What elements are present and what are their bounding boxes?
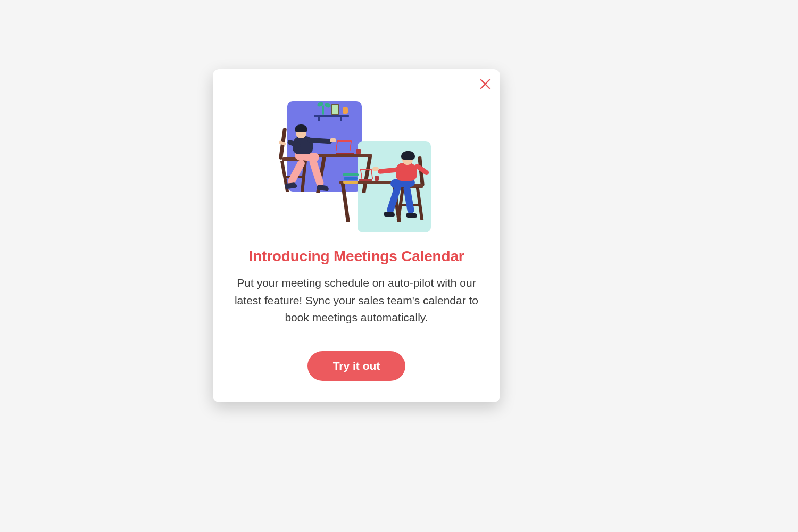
- close-icon: [480, 79, 491, 89]
- try-it-out-button[interactable]: Try it out: [307, 351, 406, 381]
- modal-description: Put your meeting schedule on auto-pilot …: [234, 275, 479, 327]
- feature-announcement-modal: Introducing Meetings Calendar Put your m…: [213, 69, 500, 402]
- close-button[interactable]: [478, 77, 493, 92]
- modal-title: Introducing Meetings Calendar: [249, 248, 464, 265]
- meetings-illustration: [282, 101, 431, 234]
